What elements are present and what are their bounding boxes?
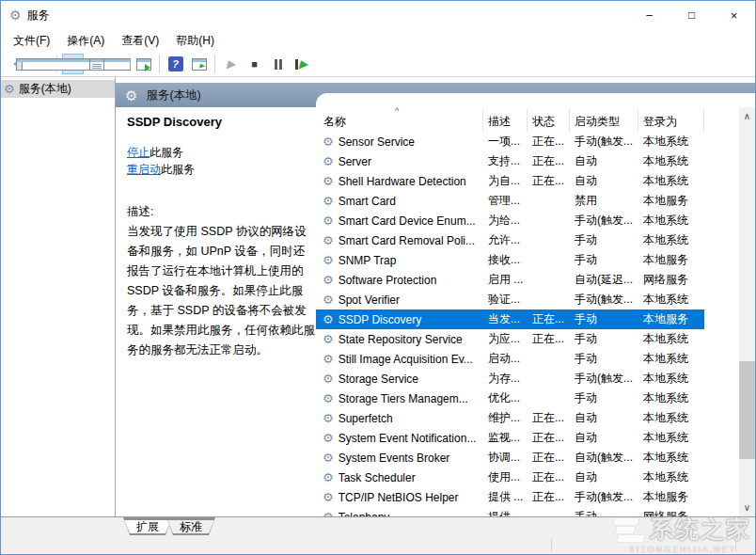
table-row[interactable]: ⚙Server支持...正在...自动本地系统: [316, 151, 704, 171]
table-row[interactable]: ⚙SSDP Discovery当发...正在...手动本地服务: [316, 309, 704, 329]
table-row[interactable]: ⚙Still Image Acquisition Ev...启动...手动本地系…: [316, 349, 704, 369]
menu-action[interactable]: 操作(A): [58, 30, 113, 52]
service-gear-icon: ⚙: [323, 432, 334, 444]
table-row[interactable]: ⚙Storage Tiers Managem...优化...手动本地系统: [316, 388, 704, 408]
description-label: 描述:: [127, 202, 315, 222]
table-row[interactable]: ⚙Storage Service为存...手动(触发...本地系统: [316, 369, 704, 388]
stop-service-link[interactable]: 停止: [127, 146, 150, 159]
menu-view[interactable]: 查看(V): [113, 30, 167, 52]
minimize-button[interactable]: −: [628, 1, 670, 29]
table-row[interactable]: ⚙Sensor Service一项...正在...手动(触发...本地系统: [316, 132, 704, 151]
statusbar-divider: [735, 538, 736, 551]
toolbar-separator: [159, 56, 160, 72]
export-list-button[interactable]: [133, 54, 154, 74]
services-list: ⚙Sensor Service一项...正在...手动(触发...本地系统⚙Se…: [316, 132, 755, 516]
table-row[interactable]: ⚙TCP/IP NetBIOS Helper提供 ...正在...手动(触发..…: [316, 487, 704, 507]
table-row[interactable]: ⚙Shell Hardware Detection为自...正在...自动本地系…: [316, 171, 704, 191]
service-gear-icon: ⚙: [323, 195, 334, 207]
service-name: Sensor Service: [339, 135, 415, 149]
console-tree-toggle[interactable]: [62, 54, 84, 74]
service-name: Storage Service: [339, 373, 418, 386]
service-name: System Event Notification...: [339, 432, 477, 445]
service-gear-icon: ⚙: [323, 214, 334, 227]
table-row[interactable]: ⚙System Event Notification...监视...正在...自…: [316, 428, 704, 448]
toolbar: ↻ ? ▶ ▶ ■ ▶: [1, 52, 755, 77]
content-area: ⚙ 服务(本地) ⚙ 服务(本地) SSDP Discovery 停止此服务: [1, 77, 755, 516]
help-button[interactable]: ?: [165, 54, 186, 74]
service-gear-icon: ⚙: [323, 274, 334, 286]
table-row[interactable]: ⚙Software Protection启用 ...自动(延迟...网络服务: [316, 270, 704, 290]
column-header-status[interactable]: 状态: [528, 109, 570, 132]
tree-item-services-local[interactable]: ⚙ 服务(本地): [1, 80, 115, 98]
table-row[interactable]: ⚙Superfetch维护...正在...自动本地系统: [316, 408, 704, 428]
stop-service-line: 停止此服务: [127, 144, 307, 161]
app-gear-icon: ⚙: [9, 8, 22, 22]
column-header-description[interactable]: 描述: [483, 109, 528, 132]
service-name: Smart Card Device Enum...: [339, 214, 476, 228]
maximize-button[interactable]: □: [670, 1, 713, 29]
table-row[interactable]: ⚙Spot Verifier验证...手动(触发...本地系统: [316, 290, 704, 309]
window-title: 服务: [27, 8, 50, 24]
start-service-button[interactable]: ▶: [220, 54, 242, 74]
column-header-logon-as[interactable]: 登录为: [638, 109, 704, 132]
column-header-name[interactable]: 名称: [316, 109, 483, 132]
service-gear-icon: ⚙: [323, 392, 334, 404]
restart-service-button[interactable]: ▶: [291, 54, 312, 74]
restart-service-icon: ▶: [295, 58, 307, 70]
menu-file[interactable]: 文件(F): [5, 30, 58, 52]
table-header-row: ^ 名称 描述 状态 启动类型 登录为: [316, 109, 755, 132]
vertical-scrollbar[interactable]: ∧ ∨: [739, 107, 755, 516]
service-name: SNMP Trap: [339, 254, 397, 267]
service-name: Spot Verifier: [339, 293, 400, 307]
service-name: Shell Hardware Detection: [339, 175, 466, 188]
table-row[interactable]: ⚙Smart Card Removal Poli...允许...手动本地系统: [316, 230, 704, 250]
table-row[interactable]: ⚙Smart Card Device Enum...为给...手动(触发...本…: [316, 211, 704, 230]
stop-service-icon: ■: [251, 59, 258, 70]
toolbar-separator: [214, 56, 215, 72]
menu-help[interactable]: 帮助(H): [167, 30, 223, 52]
table-row[interactable]: ⚙Task Scheduler使用...正在...自动本地系统: [316, 468, 704, 487]
scrollbar-thumb[interactable]: [739, 361, 755, 459]
services-table: ^ 名称 描述 状态 启动类型 登录为 ⚙Sensor Service一项...…: [316, 107, 755, 516]
tab-standard[interactable]: 标准: [166, 517, 215, 535]
service-gear-icon: ⚙: [323, 373, 334, 385]
description-text: 当发现了使用 SSDP 协议的网络设备和服务，如 UPnP 设备，同时还报告了运…: [127, 222, 315, 360]
column-header-startup-type[interactable]: 启动类型: [570, 109, 638, 132]
service-name: Task Scheduler: [339, 471, 416, 484]
table-row[interactable]: ⚙System Events Broker协调...正在...自动(触发...本…: [316, 448, 704, 468]
service-name: Superfetch: [339, 412, 393, 425]
service-gear-icon: ⚙: [323, 135, 334, 148]
title-bar: ⚙ 服务 − □ ×: [1, 1, 755, 29]
table-row[interactable]: ⚙Telephony提供...手动网络服务: [316, 507, 704, 516]
service-description: 描述: 当发现了使用 SSDP 协议的网络设备和服务，如 UPnP 设备，同时还…: [127, 202, 315, 360]
service-name: System Events Broker: [339, 452, 450, 465]
view-tabs: 扩展 标准: [1, 516, 755, 535]
service-name: TCP/IP NetBIOS Helper: [339, 491, 459, 504]
service-gear-icon: ⚙: [323, 333, 334, 345]
table-row[interactable]: ⚙State Repository Service为应...正在...手动本地系…: [316, 329, 704, 349]
tab-extended[interactable]: 扩展: [123, 517, 172, 535]
extended-view-icon: ▶: [192, 58, 207, 71]
help-icon: ?: [168, 56, 183, 71]
table-row[interactable]: ⚙Smart Card管理...禁用本地服务: [316, 191, 704, 211]
service-gear-icon: ⚙: [323, 254, 334, 266]
service-gear-icon: ⚙: [323, 175, 334, 187]
extended-view-button[interactable]: ▶: [188, 54, 210, 74]
statusbar-divider: [551, 538, 552, 551]
service-action-links: 停止此服务 重启动此服务: [127, 144, 307, 178]
stop-service-button[interactable]: ■: [244, 54, 265, 74]
scroll-down-icon[interactable]: ∨: [739, 500, 755, 515]
main-body: SSDP Discovery 停止此服务 重启动此服务 描述: 当发现了使用 S…: [116, 107, 755, 516]
status-bar: [1, 535, 755, 554]
table-row[interactable]: ⚙SNMP Trap接收...手动本地服务: [316, 250, 704, 270]
pause-service-button[interactable]: [267, 54, 289, 74]
tree-item-label: 服务(本地): [19, 81, 71, 97]
service-name: Server: [339, 155, 371, 168]
menu-bar: 文件(F) 操作(A) 查看(V) 帮助(H): [1, 29, 755, 52]
close-button[interactable]: ×: [713, 1, 755, 29]
selected-service-title: SSDP Discovery: [127, 115, 307, 129]
service-detail-pane: SSDP Discovery 停止此服务 重启动此服务 描述: 当发现了使用 S…: [116, 107, 316, 516]
scroll-up-icon[interactable]: ∧: [739, 108, 755, 124]
restart-service-link[interactable]: 重启动: [127, 163, 161, 176]
service-gear-icon: ⚙: [323, 293, 334, 306]
